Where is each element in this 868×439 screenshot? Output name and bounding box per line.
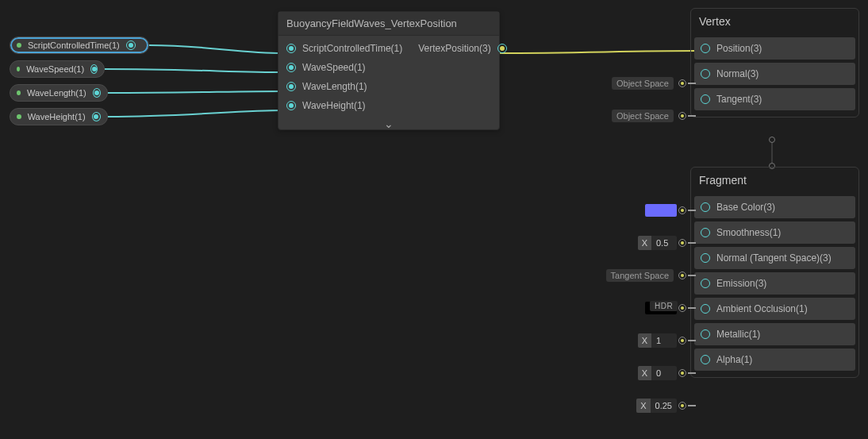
block-slot[interactable]: Ambient Occlusion(1)	[694, 298, 855, 320]
param-label: WaveSpeed(1)	[26, 64, 84, 74]
slot-label: Tangent(3)	[716, 94, 762, 105]
slot-label: Emission(3)	[716, 278, 766, 289]
tag-connector	[688, 340, 696, 341]
output-port-row[interactable]: VertexPosition(3)	[410, 39, 514, 58]
input-port[interactable]	[286, 101, 296, 110]
output-port[interactable]	[90, 64, 98, 74]
slot-port[interactable]	[701, 279, 710, 288]
expand-icon[interactable]: ⌄	[278, 118, 499, 129]
slot-label: Position(3)	[716, 43, 762, 54]
subgraph-node[interactable]: BuoyancyFieldWaves_VertexPosition Script…	[278, 11, 500, 130]
block-slot[interactable]: Normal(3)	[694, 63, 855, 85]
block-slot[interactable]: Base Color(3)	[694, 196, 855, 218]
param-pill[interactable]: ScriptControlledTime(1)	[10, 37, 149, 54]
link-dot	[769, 137, 775, 143]
tag-out-dot	[678, 112, 686, 120]
input-port[interactable]	[286, 63, 296, 72]
param-type-dot	[17, 67, 20, 71]
output-port[interactable]	[92, 112, 101, 121]
param-label: WaveHeight(1)	[28, 112, 86, 121]
tag-out-dot	[678, 402, 686, 410]
shader-graph-canvas[interactable]: ScriptControlledTime(1) WaveSpeed(1) Wav…	[0, 0, 868, 439]
slot-port[interactable]	[701, 253, 710, 263]
port-label: WaveHeight(1)	[302, 100, 366, 111]
float-field[interactable]: X0	[638, 366, 677, 380]
space-dropdown[interactable]: Object Space	[612, 110, 674, 122]
slot-label: Ambient Occlusion(1)	[716, 303, 808, 314]
slot-port[interactable]	[701, 355, 710, 364]
tag-connector	[688, 115, 696, 117]
slot-input-tag[interactable]: X0.5	[638, 234, 696, 252]
fragment-block[interactable]: Fragment Base Color(3)Smoothness(1)Norma…	[690, 167, 859, 378]
output-port[interactable]	[93, 88, 101, 98]
slot-input-tag[interactable]: Tangent Space	[606, 267, 696, 284]
color-swatch[interactable]	[645, 204, 677, 217]
input-port-row[interactable]: WaveHeight(1)	[278, 96, 410, 115]
slot-input-tag[interactable]: X0	[638, 364, 696, 382]
param-type-dot	[17, 114, 21, 119]
param-pill[interactable]: WaveHeight(1)	[10, 108, 108, 125]
slot-label: Smoothness(1)	[716, 227, 781, 238]
input-port-row[interactable]: WaveLength(1)	[278, 77, 410, 96]
tag-connector	[688, 307, 696, 309]
tag-connector	[688, 210, 696, 211]
tag-connector	[688, 372, 696, 374]
param-label: WaveLength(1)	[27, 88, 86, 98]
slot-port[interactable]	[701, 69, 710, 79]
slot-input-tag[interactable]: X0.25	[636, 397, 696, 414]
tag-connector	[688, 275, 696, 276]
output-port[interactable]	[126, 40, 136, 50]
tag-out-dot	[678, 369, 686, 377]
block-slot[interactable]: Tangent(3)	[694, 88, 855, 110]
hdr-swatch[interactable]: HDR	[645, 302, 677, 314]
slot-label: Normal(3)	[716, 68, 759, 79]
slot-port[interactable]	[701, 304, 710, 314]
param-pill[interactable]: WaveLength(1)	[10, 84, 108, 102]
param-pill[interactable]: WaveSpeed(1)	[10, 60, 105, 78]
block-slot[interactable]: Alpha(1)	[694, 349, 855, 371]
output-port[interactable]	[497, 44, 507, 53]
slot-port[interactable]	[701, 202, 710, 212]
port-label: VertexPosition(3)	[418, 43, 490, 54]
block-slot[interactable]: Position(3)	[694, 37, 855, 60]
input-port[interactable]	[286, 82, 296, 91]
slot-port[interactable]	[701, 94, 710, 104]
slot-input-tag[interactable]	[645, 202, 696, 219]
tag-connector	[688, 83, 696, 84]
tag-out-dot	[678, 79, 686, 87]
float-field[interactable]: X0.25	[636, 399, 677, 413]
space-dropdown[interactable]: Tangent Space	[606, 269, 674, 282]
slot-port[interactable]	[701, 44, 710, 53]
float-field[interactable]: X1	[638, 333, 677, 348]
slot-label: Metallic(1)	[716, 329, 760, 340]
slot-input-tag[interactable]: X1	[638, 332, 696, 349]
space-dropdown[interactable]: Object Space	[612, 77, 674, 90]
tag-out-dot	[678, 271, 686, 279]
block-slot[interactable]: Smoothness(1)	[694, 221, 855, 244]
float-field[interactable]: X0.5	[638, 236, 677, 250]
vertex-block[interactable]: Vertex Position(3)Normal(3)Tangent(3)	[690, 8, 859, 117]
slot-port[interactable]	[701, 228, 710, 237]
slot-input-tag[interactable]: Object Space	[612, 107, 696, 125]
tag-connector	[688, 405, 696, 406]
port-label: WaveSpeed(1)	[302, 62, 366, 73]
block-slot[interactable]: Normal (Tangent Space)(3)	[694, 247, 855, 269]
param-type-dot	[17, 90, 21, 95]
port-label: ScriptControlledTime(1)	[302, 43, 402, 54]
slot-input-tag[interactable]: HDR	[645, 299, 696, 317]
input-port-row[interactable]: ScriptControlledTime(1)	[278, 39, 410, 58]
input-port[interactable]	[286, 44, 296, 53]
slot-port[interactable]	[701, 329, 710, 339]
slot-label: Alpha(1)	[716, 354, 752, 365]
port-label: WaveLength(1)	[302, 81, 367, 92]
node-title: BuoyancyFieldWaves_VertexPosition	[278, 12, 499, 36]
slot-label: Base Color(3)	[716, 202, 775, 213]
block-slot[interactable]: Emission(3)	[694, 272, 855, 295]
param-label: ScriptControlledTime(1)	[28, 40, 120, 50]
slot-input-tag[interactable]: Object Space	[612, 75, 696, 92]
block-slot[interactable]: Metallic(1)	[694, 323, 855, 345]
tag-out-dot	[678, 206, 686, 214]
slot-label: Normal (Tangent Space)(3)	[716, 252, 832, 264]
block-title: Vertex	[694, 12, 855, 34]
input-port-row[interactable]: WaveSpeed(1)	[278, 58, 410, 77]
